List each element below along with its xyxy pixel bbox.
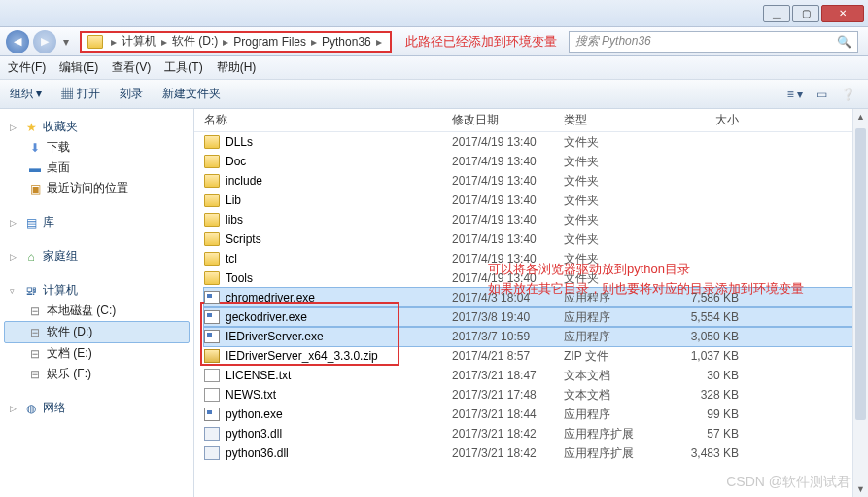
file-rows: 可以将各浏览器驱动放到python目录 如果放在其它目录，则也要将对应的目录添加… bbox=[194, 132, 868, 497]
burn-button[interactable]: 刻录 bbox=[120, 86, 143, 102]
file-row[interactable]: tcl2017/4/19 13:40文件夹 bbox=[204, 249, 868, 268]
sidebar-item-recent[interactable]: ▣最近访问的位置 bbox=[4, 178, 190, 198]
disk-icon: ⊟ bbox=[27, 304, 43, 318]
file-date: 2017/4/19 13:40 bbox=[452, 174, 564, 188]
column-type[interactable]: 类型 bbox=[564, 112, 671, 128]
column-name[interactable]: 名称 bbox=[204, 112, 452, 128]
sidebar-network[interactable]: ▷◍网络 bbox=[4, 398, 190, 418]
main-area: ▷★收藏夹 ⬇下载 ▬桌面 ▣最近访问的位置 ▷▤库 ▷⌂家庭组 ▿🖳计算机 ⊟… bbox=[0, 109, 868, 497]
file-row[interactable]: LICENSE.txt2017/3/21 18:47文本文档30 KB bbox=[204, 366, 868, 385]
back-button[interactable]: ◀ bbox=[6, 30, 29, 53]
sidebar-item-disk-d[interactable]: ⊟软件 (D:) bbox=[4, 321, 190, 343]
file-date: 2017/4/19 13:40 bbox=[452, 194, 564, 207]
menu-help[interactable]: 帮助(H) bbox=[217, 59, 257, 76]
file-type: 应用程序 bbox=[564, 309, 671, 326]
file-date: 2017/4/19 13:40 bbox=[452, 213, 564, 227]
file-size: 5,554 KB bbox=[671, 310, 758, 324]
file-type: 应用程序 bbox=[564, 329, 671, 345]
menu-file[interactable]: 文件(F) bbox=[8, 59, 46, 76]
download-icon: ⬇ bbox=[27, 141, 43, 155]
file-row[interactable]: include2017/4/19 13:40文件夹 bbox=[204, 171, 868, 191]
star-icon: ★ bbox=[23, 121, 39, 134]
file-name: Lib bbox=[226, 194, 241, 207]
scroll-up-arrow[interactable]: ▲ bbox=[853, 109, 868, 124]
sidebar-computer[interactable]: ▿🖳计算机 bbox=[4, 280, 190, 301]
menu-tools[interactable]: 工具(T) bbox=[164, 59, 202, 76]
crumb-arrow-icon[interactable]: ▸ bbox=[309, 35, 319, 49]
file-type: 应用程序 bbox=[564, 290, 671, 306]
file-size: 30 KB bbox=[671, 369, 758, 382]
exe-icon bbox=[204, 291, 220, 304]
help-icon[interactable]: ❔ bbox=[838, 88, 858, 101]
file-name: NEWS.txt bbox=[226, 388, 276, 402]
sidebar-favorites[interactable]: ▷★收藏夹 bbox=[4, 117, 190, 137]
vertical-scrollbar[interactable]: ▲ ▼ bbox=[852, 109, 868, 497]
sidebar-item-disk-f[interactable]: ⊟娱乐 (F:) bbox=[4, 364, 190, 384]
watermark-text: CSDN @软件测试君 bbox=[726, 474, 851, 491]
minimize-button[interactable]: ▁ bbox=[763, 5, 790, 22]
exe-icon bbox=[204, 330, 220, 343]
sidebar-homegroup[interactable]: ▷⌂家庭组 bbox=[4, 246, 190, 266]
sidebar-libraries[interactable]: ▷▤库 bbox=[4, 212, 190, 232]
close-button[interactable]: ✕ bbox=[821, 5, 864, 22]
file-name: DLLs bbox=[226, 135, 253, 149]
crumb-arrow-icon[interactable]: ▸ bbox=[109, 35, 119, 49]
exe-icon bbox=[204, 408, 220, 421]
file-row[interactable]: NEWS.txt2017/3/21 17:48文本文档328 KB bbox=[204, 385, 868, 405]
sidebar-item-disk-e[interactable]: ⊟文档 (E:) bbox=[4, 343, 190, 364]
file-row[interactable]: IEDriverServer.exe2017/3/7 10:59应用程序3,05… bbox=[204, 327, 868, 346]
scroll-thumb[interactable] bbox=[855, 128, 866, 420]
sidebar-item-desktop[interactable]: ▬桌面 bbox=[4, 158, 190, 178]
scroll-down-arrow[interactable]: ▼ bbox=[853, 481, 868, 497]
file-row[interactable]: python.exe2017/3/21 18:44应用程序99 KB bbox=[204, 405, 868, 424]
forward-button[interactable]: ▶ bbox=[33, 30, 56, 53]
file-row[interactable]: IEDriverServer_x64_3.3.0.zip2017/4/21 8:… bbox=[204, 346, 868, 366]
file-row[interactable]: python36.dll2017/3/21 18:42应用程序扩展3,483 K… bbox=[204, 444, 868, 463]
file-row[interactable]: Scripts2017/4/19 13:40文件夹 bbox=[204, 230, 868, 249]
folder-icon bbox=[204, 155, 220, 168]
crumb-programfiles[interactable]: Program Files bbox=[230, 35, 309, 49]
breadcrumb[interactable]: ▸ 计算机 ▸ 软件 (D:) ▸ Program Files ▸ Python… bbox=[80, 31, 392, 53]
file-row[interactable]: Doc2017/4/19 13:40文件夹 bbox=[204, 152, 868, 171]
history-dropdown[interactable]: ▾ bbox=[60, 35, 72, 49]
annotation-path-added: 此路径已经添加到环境变量 bbox=[405, 33, 557, 51]
sidebar-item-downloads[interactable]: ⬇下载 bbox=[4, 137, 190, 158]
file-name: Scripts bbox=[226, 232, 261, 246]
maximize-button[interactable]: ▢ bbox=[792, 5, 819, 22]
newfolder-button[interactable]: 新建文件夹 bbox=[162, 86, 221, 102]
folder-icon bbox=[204, 252, 220, 266]
open-button[interactable]: ▦ 打开 bbox=[61, 86, 99, 102]
view-mode-button[interactable]: ≡ ▾ bbox=[784, 88, 806, 101]
desktop-icon: ▬ bbox=[27, 161, 43, 175]
crumb-arrow-icon[interactable]: ▸ bbox=[221, 35, 230, 49]
file-date: 2017/4/19 13:40 bbox=[452, 271, 564, 285]
crumb-python36[interactable]: Python36 bbox=[319, 35, 374, 49]
file-name: Tools bbox=[226, 271, 253, 285]
file-type: 应用程序 bbox=[564, 407, 671, 423]
search-icon[interactable]: 🔍 bbox=[837, 35, 851, 49]
file-name: python.exe bbox=[226, 408, 283, 421]
file-row[interactable]: python3.dll2017/3/21 18:42应用程序扩展57 KB bbox=[204, 424, 868, 444]
file-type: 应用程序扩展 bbox=[564, 445, 671, 462]
menu-view[interactable]: 查看(V) bbox=[112, 59, 151, 76]
file-row[interactable]: chromedriver.exe2017/4/3 18:04应用程序7,586 … bbox=[204, 288, 868, 307]
column-date[interactable]: 修改日期 bbox=[452, 112, 564, 128]
file-row[interactable]: libs2017/4/19 13:40文件夹 bbox=[204, 210, 868, 230]
column-size[interactable]: 大小 bbox=[671, 112, 758, 128]
preview-pane-button[interactable]: ▭ bbox=[814, 88, 830, 101]
sidebar-item-disk-c[interactable]: ⊟本地磁盘 (C:) bbox=[4, 301, 190, 321]
file-row[interactable]: Tools2017/4/19 13:40文件夹 bbox=[204, 268, 868, 288]
window-titlebar: ▁ ▢ ✕ bbox=[0, 0, 868, 27]
organize-button[interactable]: 组织 ▾ bbox=[10, 86, 42, 102]
search-input[interactable]: 搜索 Python36 🔍 bbox=[569, 31, 858, 53]
file-row[interactable]: Lib2017/4/19 13:40文件夹 bbox=[204, 191, 868, 210]
crumb-arrow-icon[interactable]: ▸ bbox=[374, 35, 384, 49]
file-row[interactable]: geckodriver.exe2017/3/8 19:40应用程序5,554 K… bbox=[204, 307, 868, 327]
menu-edit[interactable]: 编辑(E) bbox=[59, 59, 98, 76]
exe-icon bbox=[204, 310, 220, 324]
folder-icon bbox=[87, 35, 103, 49]
crumb-drive[interactable]: 软件 (D:) bbox=[169, 33, 221, 50]
crumb-arrow-icon[interactable]: ▸ bbox=[159, 35, 169, 49]
crumb-computer[interactable]: 计算机 bbox=[119, 33, 159, 50]
file-row[interactable]: DLLs2017/4/19 13:40文件夹 bbox=[204, 132, 868, 152]
